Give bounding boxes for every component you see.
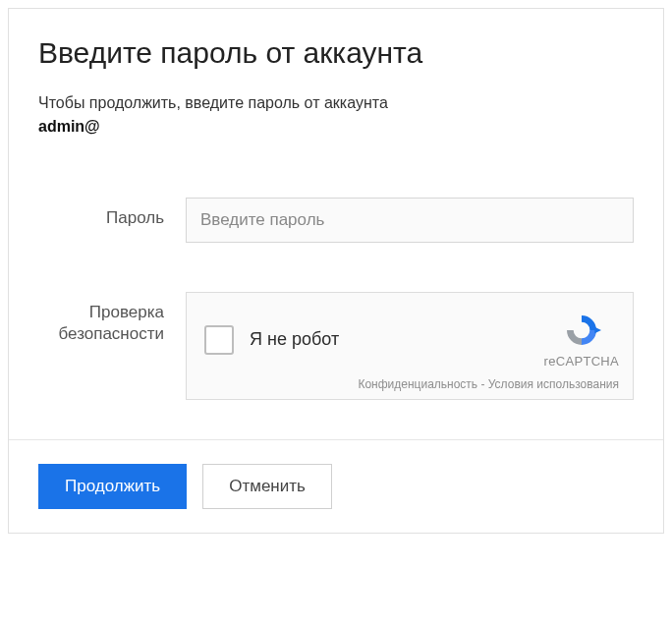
form: Пароль Проверка безопасности Я не робот bbox=[38, 198, 634, 400]
recaptcha-checkbox[interactable] bbox=[204, 325, 234, 355]
security-label: Проверка безопасности bbox=[38, 292, 186, 345]
recaptcha-terms-link[interactable]: Условия использования bbox=[488, 377, 619, 391]
recaptcha-wrap: Я не робот reCAPTCHA bbox=[186, 292, 634, 400]
recaptcha-left: Я не робот bbox=[204, 325, 339, 355]
continue-button[interactable]: Продолжить bbox=[38, 464, 187, 509]
card-body: Введите пароль от аккаунта Чтобы продолж… bbox=[9, 9, 663, 439]
account-name: admin@ bbox=[38, 118, 100, 135]
recaptcha-checkbox-label: Я не робот bbox=[250, 329, 339, 350]
recaptcha-brand-text: reCAPTCHA bbox=[544, 354, 619, 369]
password-field-wrap bbox=[186, 198, 634, 243]
cancel-button[interactable]: Отменить bbox=[202, 464, 332, 509]
recaptcha-privacy-link[interactable]: Конфиденциальность bbox=[358, 377, 477, 391]
intro-line: Чтобы продолжить, введите пароль от акка… bbox=[38, 94, 388, 111]
card-footer: Продолжить Отменить bbox=[9, 439, 663, 533]
intro-text: Чтобы продолжить, введите пароль от акка… bbox=[38, 91, 634, 139]
password-card: Введите пароль от аккаунта Чтобы продолж… bbox=[8, 8, 664, 534]
security-row: Проверка безопасности Я не робот bbox=[38, 292, 634, 400]
recaptcha-branding: reCAPTCHA bbox=[544, 311, 619, 369]
recaptcha-top: Я не робот reCAPTCHA bbox=[204, 311, 619, 369]
recaptcha-logo-icon bbox=[562, 311, 601, 350]
recaptcha-widget: Я не робот reCAPTCHA bbox=[186, 292, 634, 400]
svg-marker-0 bbox=[594, 327, 601, 334]
password-row: Пароль bbox=[38, 198, 634, 243]
recaptcha-separator: - bbox=[477, 377, 488, 391]
recaptcha-footer: Конфиденциальность - Условия использован… bbox=[204, 377, 619, 391]
page-title: Введите пароль от аккаунта bbox=[38, 36, 634, 70]
password-label: Пароль bbox=[38, 198, 186, 229]
password-input[interactable] bbox=[186, 198, 634, 243]
